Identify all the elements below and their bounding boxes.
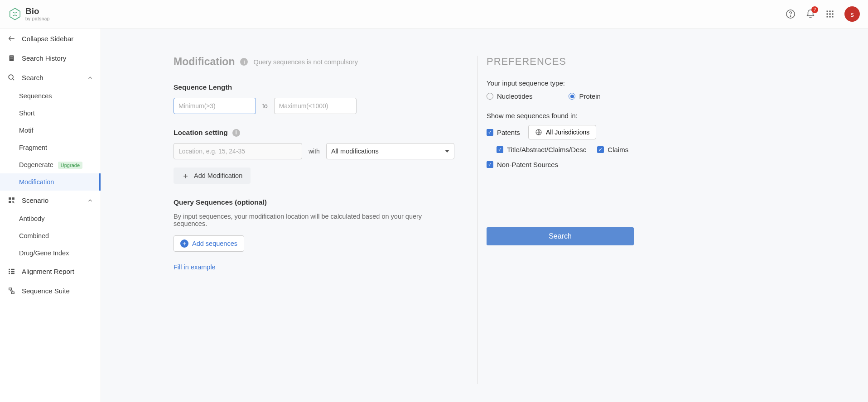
svg-rect-14 [10,58,13,58]
radio-protein[interactable]: Protein [569,92,601,100]
chk-patents[interactable]: Patents [487,129,520,136]
sidebar-sub-sequences[interactable]: Sequences [0,87,101,105]
svg-marker-0 [10,8,20,20]
checkbox-icon [597,146,604,153]
patents-label: Patents [497,129,520,136]
jurisdictions-button[interactable]: All Jurisdictions [528,125,596,139]
add-sequences-button[interactable]: + Add sequences [174,235,244,252]
plus-icon: ＋ [182,171,189,181]
svg-rect-8 [832,13,833,14]
checkbox-icon [487,129,493,136]
svg-rect-26 [9,288,11,290]
scenario-label: Scenario [22,196,48,204]
sidebar-sub-fragment[interactable]: Fragment [0,139,101,156]
svg-rect-13 [10,57,13,57]
svg-rect-23 [11,269,14,270]
query-seq-label: Query Sequences (optional) [174,198,454,206]
svg-rect-18 [9,201,11,203]
sidebar-sub-degenerate[interactable]: Degenerate Upgrade [0,156,101,173]
collapse-icon [7,34,15,43]
brand[interactable]: Bio by patsnap [8,7,50,21]
brand-name: Bio [25,7,50,16]
pref-title: PREFERENCES [487,56,631,67]
svg-rect-20 [9,269,10,270]
svg-rect-3 [827,11,828,12]
sidebar-item-scenario[interactable]: Scenario [0,191,101,210]
search-button[interactable]: Search [487,227,634,245]
chevron-up-icon [87,197,93,204]
suite-label: Sequence Suite [22,287,70,295]
location-input[interactable] [174,143,302,159]
sidebar-item-suite[interactable]: Sequence Suite [0,281,101,301]
svg-rect-11 [832,16,833,17]
sidebar-item-history[interactable]: Search History [0,48,101,68]
sidebar-sub-combined[interactable]: Combined [0,227,101,244]
checkbox-icon [487,161,493,168]
sidebar: Collapse Sidebar Search History Search S… [0,29,101,402]
found-in-label: Show me sequences found in: [487,112,631,120]
sidebar-item-alignment[interactable]: Alignment Report [0,262,101,281]
brand-logo-icon [8,7,22,21]
location-label: Location setting [174,129,228,137]
chk-tacd[interactable]: Title/Abstract/Claims/Desc [497,146,586,153]
with-text: with [309,148,320,155]
svg-rect-5 [832,11,833,12]
sidebar-sub-modification[interactable]: Modification [0,173,101,191]
query-desc: By input sequences, your modification lo… [174,213,454,227]
info-icon[interactable]: i [240,58,248,66]
svg-rect-21 [9,271,10,272]
max-length-input[interactable] [274,98,357,114]
seq-len-label: Sequence Length [174,83,454,91]
svg-rect-6 [827,13,828,14]
sidebar-sub-motif[interactable]: Motif [0,122,101,139]
collapse-sidebar[interactable]: Collapse Sidebar [0,29,101,48]
radio-icon [569,93,575,100]
svg-rect-27 [11,292,14,294]
to-text: to [262,102,268,110]
sidebar-sub-short[interactable]: Short [0,105,101,122]
tacd-label: Title/Abstract/Claims/Desc [507,146,586,153]
suite-icon [7,287,15,295]
preferences-panel: PREFERENCES Your input sequence type: Nu… [477,56,631,384]
search-icon [7,74,15,81]
add-mod-label: Add Modification [194,172,242,179]
header: Bio by patsnap 2 s [0,0,868,29]
bell-icon[interactable]: 2 [805,9,815,19]
search-label: Search [22,74,43,81]
svg-rect-4 [829,11,830,12]
history-icon [7,54,15,62]
chk-claims[interactable]: Claims [597,146,628,153]
degenerate-label: Degenerate [19,161,53,168]
help-icon[interactable] [786,9,796,19]
svg-rect-9 [827,16,828,17]
svg-rect-24 [11,271,14,272]
svg-rect-22 [9,273,10,274]
svg-point-19 [12,201,14,203]
sidebar-sub-druggene[interactable]: Drug/Gene Index [0,244,101,262]
sidebar-item-search[interactable]: Search [0,68,101,87]
sidebar-sub-antibody[interactable]: Antibody [0,210,101,227]
svg-rect-10 [829,16,830,17]
radio-nucleotides[interactable]: Nucleotides [487,92,532,100]
modification-select[interactable]: All modifications [326,143,454,159]
svg-rect-16 [9,197,11,200]
chk-nonpatent[interactable]: Non-Patent Sources [487,161,631,168]
add-modification-button[interactable]: ＋ Add Modification [174,168,251,184]
alignment-icon [7,268,15,275]
page-subtitle: Query sequences is not compulsory [253,58,358,66]
avatar[interactable]: s [844,6,860,22]
fill-example-link[interactable]: Fill in example [174,263,216,271]
claims-label: Claims [608,146,628,153]
info-icon[interactable]: i [232,129,240,137]
min-length-input[interactable] [174,98,256,114]
svg-rect-7 [829,13,830,14]
svg-point-2 [790,16,791,16]
radio-icon [487,93,493,100]
apps-icon[interactable] [825,10,834,19]
globe-icon [535,129,542,136]
upgrade-badge: Upgrade [58,162,82,169]
alignment-label: Alignment Report [22,268,74,275]
chevron-up-icon [87,75,93,81]
brand-sub: by patsnap [25,16,50,21]
protein-label: Protein [579,92,601,100]
